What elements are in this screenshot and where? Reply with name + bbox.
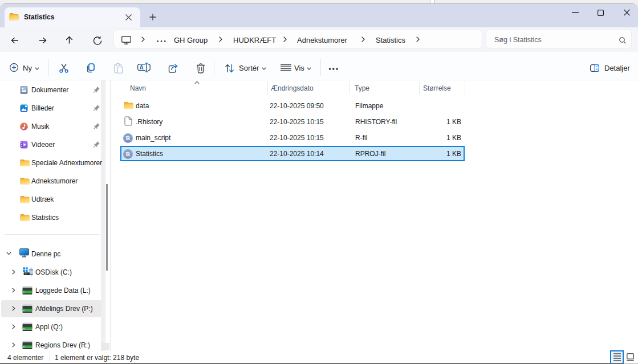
svg-text:A: A (139, 64, 143, 71)
